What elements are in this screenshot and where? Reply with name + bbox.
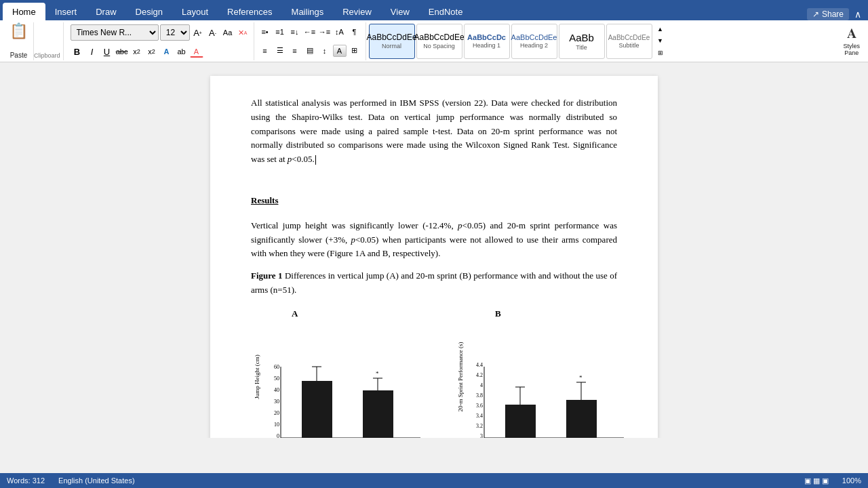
- tab-layout[interactable]: Layout: [172, 3, 218, 20]
- justify-button[interactable]: ▤: [303, 45, 317, 57]
- style-title-label: Title: [576, 44, 587, 51]
- paste-icon: 📋: [9, 24, 28, 39]
- style-normal-label: Normal: [382, 43, 401, 49]
- styles-up-button[interactable]: ▲: [655, 24, 666, 35]
- svg-text:20: 20: [274, 410, 279, 416]
- word-count: Words: 312: [7, 476, 45, 485]
- bullets-button[interactable]: ≡•: [258, 26, 272, 38]
- style-heading2-preview: AaBbCcDdEe: [511, 33, 557, 41]
- svg-text:4.4: 4.4: [476, 362, 483, 368]
- line-spacing-button[interactable]: ↕: [318, 45, 332, 57]
- svg-text:50: 50: [274, 375, 279, 382]
- text-effects-button[interactable]: A: [160, 45, 174, 58]
- font-color-button[interactable]: A: [190, 45, 203, 58]
- increase-indent-button[interactable]: →≡: [318, 26, 332, 38]
- svg-text:A: A: [292, 308, 298, 319]
- tab-endnote[interactable]: EndNote: [419, 3, 473, 20]
- font-name-select[interactable]: Times New R...: [71, 24, 159, 41]
- styles-pane-icon: 𝐀: [847, 26, 856, 41]
- shrink-font-button[interactable]: A-: [206, 26, 220, 39]
- styles-down-button[interactable]: ▼: [655, 35, 666, 46]
- svg-text:60: 60: [274, 364, 279, 370]
- chart-b: 20-m Sprint Performance (s) B 3 3.2 3.4 …: [454, 306, 637, 438]
- svg-text:3.6: 3.6: [476, 403, 483, 409]
- styles-expand-button[interactable]: ⊞: [655, 47, 666, 58]
- chart-a: Jump Height (cm) A 0 10 20 30 40 50 60: [251, 306, 434, 438]
- style-heading1-label: Heading 1: [473, 42, 500, 49]
- font-section: Times New R... 12 A+ A- Aa ✕A B I U abc …: [66, 22, 254, 60]
- bold-button[interactable]: B: [71, 45, 84, 58]
- sort-button[interactable]: ↕A: [333, 26, 347, 38]
- svg-text:*: *: [376, 370, 379, 377]
- zoom-level: 100%: [842, 476, 861, 485]
- tab-design[interactable]: Design: [126, 3, 172, 20]
- share-button[interactable]: ↗ Share: [807, 8, 849, 20]
- clear-formatting-button[interactable]: ✕A: [236, 26, 250, 39]
- charts-container: Jump Height (cm) A 0 10 20 30 40 50 60: [251, 306, 617, 438]
- styles-pane-label: StylesPane: [843, 43, 860, 56]
- style-heading1[interactable]: AaBbCcDc Heading 1: [464, 24, 510, 59]
- chart-a-svg: Jump Height (cm) A 0 10 20 30 40 50 60: [251, 306, 434, 438]
- svg-text:4: 4: [480, 382, 483, 388]
- tab-bar: Home Insert Draw Design Layout Reference…: [0, 0, 868, 20]
- borders-button[interactable]: ⊞: [348, 45, 361, 57]
- shading-button[interactable]: A: [333, 45, 347, 57]
- tab-home[interactable]: Home: [3, 3, 45, 20]
- decrease-indent-button[interactable]: ←≡: [303, 26, 317, 38]
- styles-pane-button[interactable]: 𝐀 StylesPane: [839, 22, 864, 60]
- document-area: All statistical analysis was performed i…: [0, 62, 868, 438]
- clipboard-group-label: Clipboard: [34, 52, 60, 59]
- bar-b-arms: [505, 405, 536, 438]
- style-heading2[interactable]: AaBbCcDdEe Heading 2: [511, 24, 557, 59]
- styles-arrows: ▲ ▼ ⊞: [654, 24, 667, 59]
- numbering-button[interactable]: ≡1: [273, 26, 287, 38]
- status-bar: Words: 312 English (United States) ▣ ▦ ▣…: [0, 473, 868, 488]
- cursor-placeholder: [251, 175, 617, 186]
- share-label: Share: [822, 9, 844, 19]
- grow-font-button[interactable]: A+: [191, 26, 205, 39]
- styles-section: AaBbCcDdEe Normal AaBbCcDdEe No Spacing …: [366, 22, 840, 60]
- tab-insert[interactable]: Insert: [45, 3, 87, 20]
- tab-draw[interactable]: Draw: [86, 3, 125, 20]
- strikethrough-button[interactable]: abc: [115, 45, 129, 58]
- tab-references[interactable]: References: [218, 3, 281, 20]
- style-normal[interactable]: AaBbCcDdEe Normal: [369, 24, 415, 59]
- style-heading1-preview: AaBbCcDc: [467, 33, 506, 41]
- svg-text:0: 0: [277, 433, 279, 438]
- svg-text:B: B: [495, 308, 501, 319]
- bar-b-noarms: [566, 400, 597, 438]
- multilevel-list-button[interactable]: ≡↓: [288, 26, 302, 38]
- ribbon-collapse-button[interactable]: ∧: [854, 9, 861, 20]
- style-title[interactable]: AaBb Title: [559, 24, 605, 59]
- highlight-button[interactable]: ab: [175, 45, 189, 58]
- style-no-spacing[interactable]: AaBbCcDdEe No Spacing: [416, 24, 462, 59]
- paste-label: Paste: [10, 52, 28, 59]
- results-heading: Results: [251, 194, 617, 208]
- tab-mailings[interactable]: Mailings: [282, 3, 334, 20]
- svg-text:Jump Height (cm): Jump Height (cm): [254, 354, 260, 399]
- tab-review[interactable]: Review: [333, 3, 381, 20]
- bar-a-noarms: [363, 390, 393, 438]
- style-subtitle[interactable]: AaBbCcDdEe Subtitle: [606, 24, 652, 59]
- svg-text:3: 3: [480, 433, 483, 438]
- svg-text:30: 30: [274, 399, 279, 405]
- style-subtitle-preview: AaBbCcDdEe: [608, 34, 650, 41]
- paste-button[interactable]: 📋 Paste: [4, 22, 34, 60]
- align-right-button[interactable]: ≡: [288, 45, 302, 57]
- underline-button[interactable]: U: [100, 45, 114, 58]
- show-formatting-button[interactable]: ¶: [348, 26, 361, 38]
- superscript-button[interactable]: x2: [145, 45, 159, 58]
- align-left-button[interactable]: ≡: [258, 45, 272, 57]
- subscript-button[interactable]: x2: [130, 45, 144, 58]
- svg-text:3.4: 3.4: [476, 413, 483, 419]
- language: English (United States): [58, 476, 135, 485]
- style-title-preview: AaBb: [569, 32, 594, 43]
- style-normal-preview: AaBbCcDdEe: [367, 33, 417, 42]
- align-center-button[interactable]: ☰: [273, 45, 287, 57]
- change-case-button[interactable]: Aa: [221, 26, 235, 39]
- font-size-select[interactable]: 12: [160, 24, 190, 41]
- tab-view[interactable]: View: [381, 3, 419, 20]
- figure-caption: Figure 1 Differences in vertical jump (A…: [251, 269, 617, 298]
- italic-button[interactable]: I: [85, 45, 99, 58]
- svg-text:10: 10: [274, 422, 279, 428]
